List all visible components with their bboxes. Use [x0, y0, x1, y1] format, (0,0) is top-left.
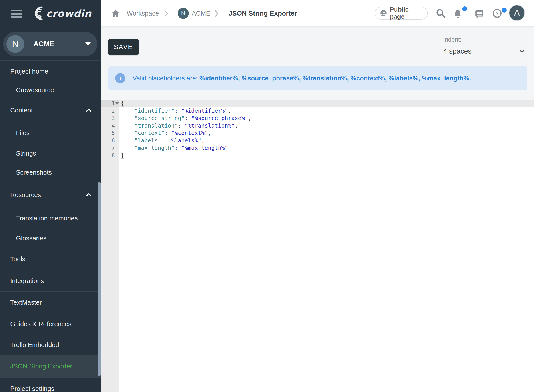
sidebar-item-integrations[interactable]: Integrations: [0, 271, 101, 291]
sidebar-item-label: TextMaster: [10, 299, 42, 306]
messages-icon[interactable]: [474, 9, 484, 19]
code-segment: "%source_phrase%": [191, 115, 248, 121]
sidebar-item-label: Crowdsource: [16, 86, 54, 93]
code-segment: [121, 137, 134, 144]
code-text[interactable]: }: [119, 152, 124, 159]
svg-text:?: ?: [496, 11, 498, 16]
sidebar-item-translation-memories[interactable]: Translation memories: [0, 208, 101, 229]
notification-badge: [462, 6, 467, 11]
code-segment: [121, 145, 134, 151]
indent-label: Indent:: [443, 36, 462, 43]
sidebar-item-crowdsource[interactable]: Crowdsource: [0, 82, 101, 98]
sidebar-item-project-settings[interactable]: Project settings: [0, 378, 101, 392]
sidebar-item-label: Glossaries: [16, 235, 47, 242]
app-window: crowdin N ACME Project homeCrowdsourceCo…: [0, 0, 534, 392]
code-segment: "%translation%": [184, 122, 235, 129]
matching-bracket: }: [121, 152, 124, 159]
code-text[interactable]: {: [119, 100, 124, 107]
sidebar-menu: Project homeCrowdsourceContentFilesStrin…: [0, 61, 101, 392]
save-button[interactable]: SAVE: [108, 39, 139, 55]
line-number: 3: [101, 114, 119, 122]
code-segment: [121, 122, 134, 129]
indent-select[interactable]: 4 spaces: [443, 44, 527, 58]
sidebar-item-project-home[interactable]: Project home: [0, 61, 101, 82]
line-number: 2: [101, 107, 119, 115]
sidebar-item-label: Guides & References: [10, 320, 72, 327]
code-segment: [121, 130, 134, 136]
code-segment: "max_length": [134, 145, 174, 151]
public-page-button[interactable]: Public page: [375, 7, 428, 19]
chevron-up-icon: [86, 193, 92, 197]
home-icon[interactable]: [111, 9, 120, 18]
line-number: 8: [101, 152, 119, 159]
code-line: 2 "identifier": "%identifier%",: [101, 107, 534, 115]
banner-text-prefix: Valid placeholders are:: [132, 75, 199, 82]
sidebar-item-content[interactable]: Content: [0, 98, 101, 122]
user-avatar[interactable]: A: [509, 5, 525, 21]
caret-down-icon: [85, 42, 91, 46]
chevron-right-icon: [164, 10, 168, 17]
sidebar-item-label: Content: [10, 107, 33, 114]
info-icon: i: [115, 73, 125, 83]
notifications-bell-icon[interactable]: [453, 9, 463, 19]
crowdin-logo[interactable]: crowdin: [30, 5, 99, 22]
code-text[interactable]: "translation": "%translation%",: [119, 122, 238, 130]
search-icon[interactable]: [436, 9, 445, 18]
matching-bracket: {: [121, 100, 124, 107]
code-segment: "%context%": [171, 130, 208, 136]
code-line: 4 "translation": "%translation%",: [101, 122, 534, 130]
sidebar-item-label: Translation memories: [16, 215, 78, 222]
code-segment: :: [178, 122, 184, 129]
sidebar-item-label: Strings: [16, 150, 36, 157]
code-text[interactable]: "labels": "%labels%",: [119, 137, 205, 145]
code-text[interactable]: "max_length": "%max_length%": [119, 144, 228, 152]
line-number: 1: [101, 100, 119, 107]
chevron-up-icon: [86, 108, 92, 112]
code-text[interactable]: "identifier": "%identifier%",: [119, 107, 231, 115]
code-segment: "identifier": [134, 107, 174, 114]
sidebar-scrollbar[interactable]: [98, 182, 101, 376]
project-avatar: N: [6, 35, 24, 53]
sidebar-item-label: Files: [16, 129, 30, 136]
code-segment: ,: [228, 107, 231, 114]
code-text[interactable]: "context": "%context%",: [119, 129, 211, 137]
fold-icon[interactable]: [115, 103, 119, 105]
code-segment: "%labels%": [168, 137, 201, 144]
help-icon[interactable]: ?: [492, 9, 502, 18]
sidebar-item-label: Resources: [10, 191, 41, 199]
line-number: 7: [101, 144, 119, 152]
sidebar-item-trello-embedded[interactable]: Trello Embedded: [0, 335, 101, 355]
hamburger-menu-icon[interactable]: [11, 10, 23, 18]
code-line: 1{: [101, 100, 534, 107]
breadcrumb-project-avatar[interactable]: N: [178, 8, 189, 19]
sidebar-item-textmaster[interactable]: TextMaster: [0, 292, 101, 313]
chevron-right-icon: [215, 10, 219, 17]
code-segment: :: [161, 137, 168, 144]
sidebar-item-glossaries[interactable]: Glossaries: [0, 229, 101, 248]
sidebar-item-guides-references[interactable]: Guides & References: [0, 313, 101, 335]
code-segment: :: [184, 115, 191, 121]
public-page-label: Public page: [390, 6, 423, 20]
line-number: 5: [101, 129, 119, 137]
sidebar-item-resources[interactable]: Resources: [0, 182, 101, 208]
sidebar-item-json-string-exporter[interactable]: JSON String Exporter: [0, 355, 101, 377]
code-editor[interactable]: 1{2 "identifier": "%identifier%",3 "sour…: [101, 100, 534, 392]
line-number: 4: [101, 122, 119, 130]
sidebar-item-label: JSON String Exporter: [10, 363, 72, 370]
sidebar-item-label: Integrations: [10, 277, 44, 285]
sidebar-item-strings[interactable]: Strings: [0, 144, 101, 163]
sidebar-item-label: Tools: [10, 256, 25, 263]
project-switcher[interactable]: N ACME: [3, 32, 97, 56]
globe-icon: [380, 9, 387, 17]
code-line: 6 "labels": "%labels%",: [101, 137, 534, 145]
code-segment: ,: [248, 115, 251, 121]
sidebar-item-screenshots[interactable]: Screenshots: [0, 163, 101, 182]
code-line: 7 "max_length": "%max_length%": [101, 144, 534, 152]
sidebar-item-files[interactable]: Files: [0, 122, 101, 144]
code-text[interactable]: "source_string": "%source_phrase%",: [119, 114, 251, 122]
code-segment: "context": [134, 130, 164, 136]
help-badge: [502, 8, 507, 13]
sidebar-item-tools[interactable]: Tools: [0, 248, 101, 270]
breadcrumb-workspace[interactable]: Workspace: [127, 0, 159, 27]
breadcrumb-project[interactable]: ACME: [192, 0, 210, 27]
